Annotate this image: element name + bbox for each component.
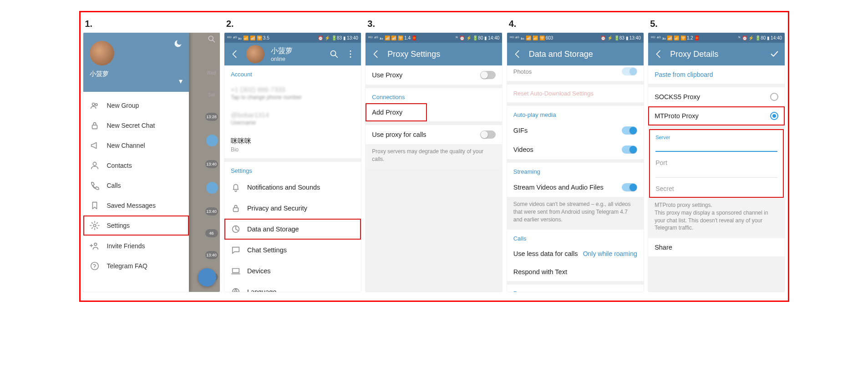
respond-text-row[interactable]: Respond with Text [507, 263, 644, 281]
settings-language[interactable]: Language [224, 281, 361, 292]
phone-screen-1: ᴴᴰ ⁴ᴳ ₃ₐ 📶 📶 🛜331 ⏰ ⚡ 🔋83 ▮13:40 Wed Sat… [83, 33, 220, 292]
svg-rect-17 [233, 269, 239, 273]
bell-icon [231, 182, 241, 192]
panel-5: 5. ᴴᴰ ⁴ᴳ ₃ₐ 📶 📶 🛜1.2🧧 ᴺ ⏰ ⚡ 🔋80 ▮14:40 P… [648, 17, 785, 296]
use-proxy-toggle-row[interactable]: Use Proxy [365, 65, 502, 85]
add-proxy-button[interactable]: Add Proxy [365, 103, 427, 121]
drawer-item-settings[interactable]: Settings [83, 216, 189, 236]
drawer-item-new-channel[interactable]: New Channel [83, 135, 189, 155]
switch-gifs[interactable] [622, 126, 637, 135]
drawer-item-contacts[interactable]: Contacts [83, 155, 189, 175]
person-icon [90, 160, 100, 170]
toolbar-proxy-settings: Proxy Settings [365, 43, 502, 65]
stream-hint: Some videos can't be streamed – e.g., al… [507, 197, 644, 230]
status-bar: ᴴᴰ ⁴ᴳ ₃ₐ 📶 📶 🛜603 ⏰ ⚡ 🔋83 ▮13:40 [507, 33, 644, 43]
secret-field[interactable]: Secret [649, 182, 784, 197]
less-data-row[interactable]: Use less data for callsOnly while roamin… [507, 245, 644, 263]
step-number: 1. [83, 17, 220, 33]
step-number: 3. [365, 17, 502, 33]
videos-row[interactable]: Videos [507, 140, 644, 159]
page-title: Data and Storage [529, 50, 638, 59]
section-calls: Calls [507, 230, 644, 245]
profile-name: 小菠萝 [271, 46, 323, 56]
switch-stream[interactable] [622, 183, 637, 191]
chevron-down-icon[interactable]: ▾ [179, 77, 183, 85]
svg-point-5 [93, 162, 96, 165]
panel-3: 3. ᴴᴰ ⁴ᴳ ₃ₐ 📶 📶 🛜1.4🧧 ᴺ ⏰ ⚡ 🔋80 ▮14:40 P… [365, 17, 502, 296]
switch-photos[interactable] [622, 67, 637, 75]
section-autoplay: Auto-play media [507, 106, 644, 121]
switch-use-proxy[interactable] [480, 71, 496, 79]
gifs-row[interactable]: GIFs [507, 121, 644, 140]
svg-point-0 [208, 36, 213, 40]
back-icon[interactable] [230, 49, 240, 59]
status-bar: ᴴᴰ ⁴ᴳ ₃ₐ 📶 📶 🛜1.2🧧 ᴺ ⏰ ⚡ 🔋80 ▮14:40 [648, 33, 785, 43]
avatar[interactable] [246, 45, 264, 63]
drawer-item-secret-chat[interactable]: New Secret Chat [83, 115, 189, 135]
reset-auto-download[interactable]: Reset Auto-Download Settings [507, 85, 644, 102]
navigation-drawer: 小菠萝 ▾ New Group New Secret Chat New Chan… [83, 33, 189, 292]
port-field[interactable]: Port [649, 156, 784, 182]
use-proxy-calls-row[interactable]: Use proxy for calls [365, 125, 502, 144]
panel-4: 4. ᴴᴰ ⁴ᴳ ₃ₐ 📶 📶 🛜603 ⏰ ⚡ 🔋83 ▮13:40 Data… [507, 17, 644, 296]
moon-icon[interactable] [173, 39, 183, 48]
phone-screen-5: ᴴᴰ ⁴ᴳ ₃ₐ 📶 📶 🛜1.2🧧 ᴺ ⏰ ⚡ 🔋80 ▮14:40 Prox… [648, 33, 785, 292]
back-icon[interactable] [371, 49, 381, 59]
section-proxy: Proxy [507, 285, 644, 292]
compose-fab[interactable] [198, 268, 216, 286]
drawer-item-calls[interactable]: Calls [83, 175, 189, 196]
mtproto-option[interactable]: MTProto Proxy [648, 106, 785, 125]
search-icon[interactable] [329, 49, 339, 59]
radio-mtproto[interactable] [770, 112, 778, 120]
svg-point-8 [91, 262, 98, 270]
check-icon[interactable] [769, 49, 779, 59]
socks5-option[interactable]: SOCKS5 Proxy [648, 87, 785, 106]
svg-point-3 [95, 104, 97, 106]
search-icon[interactable] [207, 35, 216, 45]
data-storage-content: Photos Reset Auto-Download Settings Auto… [507, 65, 644, 292]
avatar[interactable] [90, 41, 114, 65]
svg-line-1 [213, 40, 214, 42]
switch-proxy-calls[interactable] [480, 130, 496, 139]
proxy-details-content: Paste from clipboard SOCKS5 Proxy MTProt… [648, 65, 785, 292]
settings-notifications[interactable]: Notifications and Sounds [224, 177, 361, 198]
toolbar-profile: 小菠萝 online [224, 43, 361, 65]
port-input[interactable] [655, 166, 777, 178]
server-input[interactable] [655, 140, 777, 152]
svg-point-9 [94, 268, 95, 268]
account-bio-row[interactable]: 咪咪咪 Bio [224, 131, 361, 158]
page-title: Proxy Settings [387, 50, 497, 59]
svg-point-7 [94, 243, 97, 246]
drawer-item-invite[interactable]: Invite Friends [83, 236, 189, 256]
share-row[interactable]: Share [648, 238, 785, 256]
phone-screen-2: ᴴᴰ ⁴ᴳ ₃ₐ 📶 📶 🛜3.5 ⏰ ⚡ 🔋83 ▮13:40 小菠萝 onl… [224, 33, 361, 292]
settings-privacy[interactable]: Privacy and Security [224, 198, 361, 219]
back-icon[interactable] [654, 49, 664, 59]
step-number: 4. [507, 17, 644, 33]
help-icon [90, 261, 100, 271]
radio-socks5[interactable] [770, 93, 778, 101]
stream-row[interactable]: Stream Videos and Audio Files [507, 178, 644, 197]
drawer-item-faq[interactable]: Telegram FAQ [83, 256, 189, 276]
paste-clipboard[interactable]: Paste from clipboard [648, 65, 785, 84]
group-icon [90, 100, 100, 110]
toolbar-data-storage: Data and Storage [507, 43, 644, 65]
settings-devices[interactable]: Devices [224, 261, 361, 281]
photos-row[interactable]: Photos [507, 65, 644, 81]
gear-icon [90, 221, 100, 231]
drawer-item-new-group[interactable]: New Group [83, 95, 189, 115]
switch-videos[interactable] [622, 145, 637, 154]
server-field[interactable]: Server [649, 132, 784, 156]
drawer-item-saved[interactable]: Saved Messages [83, 196, 189, 216]
settings-data-storage[interactable]: Data and Storage [224, 219, 361, 240]
account-phone-row[interactable]: +1 (302) 966-7333 Tap to change phone nu… [224, 80, 361, 106]
account-username-row[interactable]: @bobar1314 Username [224, 106, 361, 131]
back-icon[interactable] [513, 49, 523, 59]
more-icon[interactable] [345, 49, 355, 59]
section-streaming: Streaming [507, 163, 644, 178]
globe-icon [231, 287, 241, 292]
panel-1: 1. ᴴᴰ ⁴ᴳ ₃ₐ 📶 📶 🛜331 ⏰ ⚡ 🔋83 ▮13:40 Wed … [83, 17, 220, 296]
section-settings: Settings [224, 162, 361, 177]
phone-screen-4: ᴴᴰ ⁴ᴳ ₃ₐ 📶 📶 🛜603 ⏰ ⚡ 🔋83 ▮13:40 Data an… [507, 33, 644, 292]
settings-chat[interactable]: Chat Settings [224, 240, 361, 261]
